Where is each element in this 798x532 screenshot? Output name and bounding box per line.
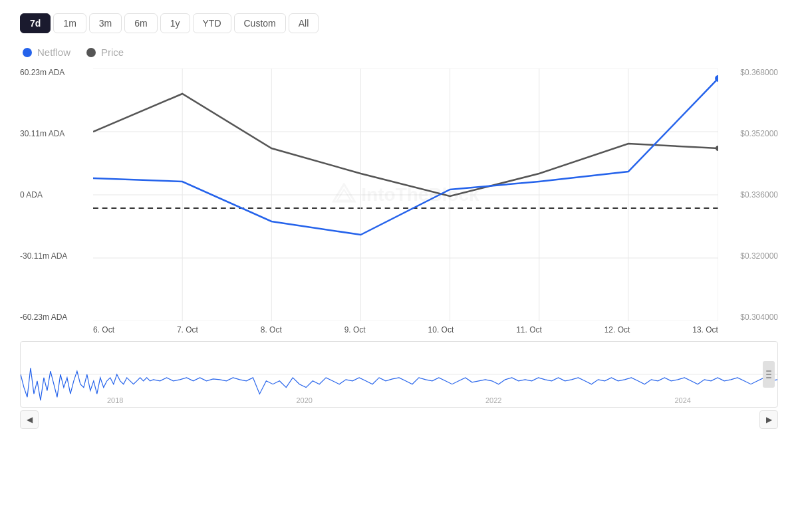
netflow-label: Netflow [37,47,70,58]
btn-1m[interactable]: 1m [53,13,86,33]
x-label-4: 10. Oct [428,325,454,334]
y-label-2: 30.11m ADA [20,130,93,138]
time-range-selector: 7d 1m 3m 6m 1y YTD Custom All [20,13,778,33]
x-label-7: 13. Oct [692,325,718,334]
y-right-4: $0.320000 [740,252,778,260]
x-label-1: 7. Oct [177,325,198,334]
svg-point-16 [716,146,718,151]
drag-handle-lines [766,370,771,378]
chart-legend: Netflow Price [20,47,778,58]
main-container: 7d 1m 3m 6m 1y YTD Custom All Netflow Pr… [0,0,798,532]
price-dot [86,48,96,57]
y-label-4: -30.11m ADA [20,252,93,260]
btn-7d[interactable]: 7d [20,13,51,33]
x-label-2: 8. Oct [261,325,282,334]
drag-line-3 [766,377,771,378]
x-label-3: 9. Oct [344,325,366,334]
x-label-5: 11. Oct [516,325,542,334]
btn-ytd[interactable]: YTD [193,13,231,33]
btn-3m[interactable]: 3m [89,13,122,33]
btn-custom[interactable]: Custom [234,13,286,33]
y-right-top: $0.368000 [740,68,778,76]
x-axis: 6. Oct 7. Oct 8. Oct 9. Oct 10. Oct 11. … [20,325,778,334]
btn-6m[interactable]: 6m [124,13,157,33]
nav-arrows: ◀ ▶ [20,410,778,429]
y-right-mid: $0.336000 [740,191,778,199]
netflow-dot [23,48,32,57]
x-label-6: 12. Oct [604,325,630,334]
y-right-bottom: $0.304000 [740,313,778,321]
mini-chart[interactable]: 2018 2020 2022 2024 [20,341,778,408]
nav-left-btn[interactable]: ◀ [20,410,39,429]
mini-chart-inner: 2018 2020 2022 2024 [21,342,777,407]
y-axis-right: $0.368000 $0.352000 $0.336000 $0.320000 … [718,68,778,321]
y-right-2: $0.352000 [740,130,778,138]
nav-right-btn[interactable]: ▶ [759,410,778,429]
chart-svg-area: IntoTheBlock [93,68,718,321]
chart-container: 60.23m ADA 30.11m ADA 0 ADA -30.11m ADA … [20,68,778,429]
drag-line-1 [766,370,771,372]
legend-price: Price [86,47,124,58]
main-svg [93,68,718,321]
y-axis-left: 60.23m ADA 30.11m ADA 0 ADA -30.11m ADA … [20,68,93,321]
drag-handle[interactable] [763,361,775,388]
x-label-0: 6. Oct [93,325,114,334]
y-label-top: 60.23m ADA [20,68,93,76]
y-label-bottom: -60.23m ADA [20,313,93,321]
drag-line-2 [766,374,771,375]
y-label-zero: 0 ADA [20,191,93,199]
btn-1y[interactable]: 1y [160,13,190,33]
price-label: Price [101,47,124,58]
legend-netflow: Netflow [23,47,70,58]
mini-svg [21,342,777,407]
main-chart: 60.23m ADA 30.11m ADA 0 ADA -30.11m ADA … [20,68,778,321]
btn-all[interactable]: All [289,13,319,33]
